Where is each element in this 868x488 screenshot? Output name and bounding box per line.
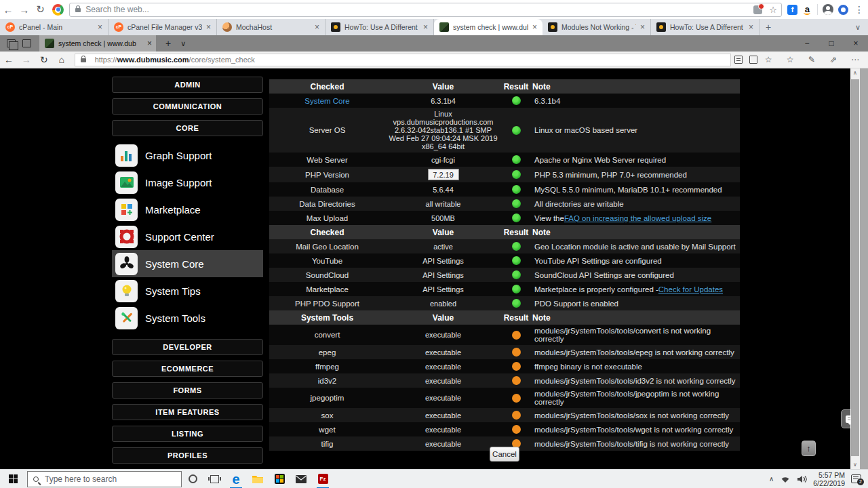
sidebar-item-support-center[interactable]: Support Center [112, 223, 263, 250]
wifi-icon[interactable] [780, 475, 791, 483]
profile-icon[interactable] [823, 4, 833, 15]
note-link[interactable]: Check for Updates [658, 285, 723, 293]
scrollbar-down-icon[interactable]: ∨ [850, 462, 860, 468]
annotate-pen-icon[interactable]: ✎ [804, 55, 819, 64]
share-icon[interactable]: ⇗ [826, 55, 841, 64]
php-version-input[interactable] [428, 169, 459, 180]
facebook-icon[interactable]: f [787, 5, 797, 15]
edge-back-icon[interactable]: ← [0, 54, 18, 65]
checked-link[interactable]: System Core [304, 97, 349, 105]
back-icon[interactable]: ← [0, 4, 16, 16]
close-button[interactable]: × [844, 35, 868, 52]
cortana-button[interactable] [182, 470, 203, 488]
chrome-tab[interactable]: HowTo: Use A Different FFMPEG× [651, 19, 760, 35]
add-favorite-icon[interactable]: ☆ [761, 55, 776, 64]
taskbar-search[interactable] [27, 471, 182, 487]
sidebar-section-admin[interactable]: ADMIN [112, 77, 263, 93]
edge-home-icon[interactable]: ⌂ [53, 54, 71, 65]
note-link[interactable]: FAQ on increasing the allowed upload siz… [564, 214, 711, 222]
sidebar-section-profiles[interactable]: PROFILES [112, 447, 263, 464]
tab-close-icon[interactable]: × [96, 22, 104, 32]
chrome-tab[interactable]: cPcPanel File Manager v3× [108, 19, 217, 35]
start-button[interactable] [0, 470, 27, 488]
cell-checked: Data Directories [269, 197, 385, 211]
new-tab-icon[interactable]: + [760, 19, 777, 35]
scroll-to-top-button[interactable]: ↑ [802, 441, 816, 456]
sidebar-section-ecommerce[interactable]: ECOMMERCE [112, 361, 263, 377]
reading-view-icon[interactable] [749, 56, 757, 64]
status-dot-orange [512, 394, 521, 403]
sidebar-item-graph-support[interactable]: Graph Support [112, 142, 263, 169]
action-center-icon[interactable]: 2 [851, 474, 861, 483]
forward-icon[interactable]: → [16, 4, 33, 16]
tab-close-icon[interactable]: × [147, 39, 152, 48]
chrome-tab[interactable]: cPcPanel - Main× [0, 19, 108, 35]
clock[interactable]: 5:57 PM 6/22/2019 [813, 471, 845, 487]
reading-list-icon[interactable] [734, 56, 743, 64]
sidebar-item-system-tips[interactable]: System Tips [112, 277, 263, 304]
chrome-search-input[interactable] [85, 5, 753, 14]
task-view-button[interactable] [203, 470, 225, 488]
sidebar-section-core[interactable]: CORE [112, 120, 263, 136]
edge-refresh-icon[interactable]: ↻ [35, 54, 53, 65]
tab-close-icon[interactable]: × [747, 22, 755, 32]
amazon-icon[interactable]: a [802, 5, 812, 15]
edge-forward-icon[interactable]: → [18, 54, 35, 65]
reload-icon[interactable]: ↻ [33, 3, 49, 16]
edge-taskbar-button[interactable]: e [225, 470, 247, 488]
edge-tab-chevron-icon[interactable]: ∨ [180, 39, 186, 48]
bookmark-star-icon[interactable]: ☆ [769, 5, 777, 15]
tab-strip-chevron-icon[interactable]: ∨ [848, 19, 868, 35]
sidebar-section-item-features[interactable]: ITEM FEATURES [112, 404, 263, 420]
cpanel-favicon: cP [114, 22, 123, 32]
tab-close-icon[interactable]: × [422, 22, 429, 32]
chrome-tab[interactable]: MochaHost× [217, 19, 326, 35]
chrome-tab-active[interactable]: system check | www.dubmusic.c× [434, 19, 542, 35]
tab-close-icon[interactable]: × [639, 22, 646, 32]
chrome-menu-icon[interactable]: ⋮ [853, 4, 868, 15]
edge-new-tab-icon[interactable]: + [165, 38, 171, 49]
chrome-search-box[interactable]: ☆ [69, 3, 782, 17]
tray-expand-icon[interactable]: ∧ [769, 475, 774, 483]
minimize-button[interactable]: − [795, 35, 819, 52]
blue-ring-icon[interactable] [838, 5, 848, 15]
sidebar-item-system-tools[interactable]: System Tools [112, 304, 263, 331]
mail-button[interactable] [290, 470, 312, 488]
maximize-button[interactable]: □ [819, 35, 844, 52]
sidebar-item-image-support[interactable]: Image Support [112, 169, 263, 196]
page-scrollbar[interactable]: ∧ ∨ [850, 68, 860, 469]
chrome-tab[interactable]: Modules Not Working - The Jam× [542, 19, 651, 35]
sidebar-section-forms[interactable]: FORMS [112, 382, 263, 399]
sidebar-section-listing[interactable]: LISTING [112, 426, 263, 442]
cell-note: YouTube API Settings are configured [531, 253, 740, 268]
url-field[interactable]: https://www.dubmusic.com/core/system_che… [75, 54, 732, 66]
chrome-tab[interactable]: HowTo: Use A Different FFMPEG× [326, 19, 434, 35]
tab-preview-icon[interactable] [7, 39, 16, 47]
extension-badge-icon[interactable] [753, 5, 762, 14]
status-dot-green [512, 242, 521, 251]
edge-more-icon[interactable]: ⋯ [848, 55, 863, 64]
tab-close-icon[interactable]: × [205, 22, 212, 32]
sidebar-item-marketplace[interactable]: Marketplace [112, 196, 263, 223]
sidebar-item-label: Graph Support [145, 150, 212, 161]
sidebar-section-developer[interactable]: DEVELOPER [112, 339, 263, 355]
tab-close-icon[interactable]: × [313, 22, 321, 32]
favorites-hub-icon[interactable]: ☆ [783, 55, 797, 64]
taskbar-search-input[interactable] [45, 474, 160, 484]
sidebar-section-communication[interactable]: COMMUNICATION [112, 98, 263, 115]
volume-icon[interactable] [797, 475, 807, 483]
store-button[interactable] [269, 470, 290, 488]
file-explorer-button[interactable] [247, 470, 269, 488]
cell-checked: sox [269, 408, 385, 422]
set-tabs-aside-icon[interactable] [22, 39, 31, 47]
tab-close-icon[interactable]: × [531, 22, 538, 32]
filezilla-button[interactable]: Fz [312, 470, 334, 488]
scrollbar-up-icon[interactable]: ∧ [850, 70, 860, 76]
cancel-button[interactable]: Cancel [490, 447, 519, 462]
sidebar-item-label: Marketplace [145, 204, 201, 216]
sidebar-item-system-core[interactable]: System Core [112, 250, 263, 277]
scrollbar-thumb[interactable] [851, 79, 859, 456]
cell-checked: SoundCloud [269, 268, 385, 282]
edge-active-tab[interactable]: system check | www.dub × [39, 35, 156, 52]
divider [817, 4, 818, 15]
